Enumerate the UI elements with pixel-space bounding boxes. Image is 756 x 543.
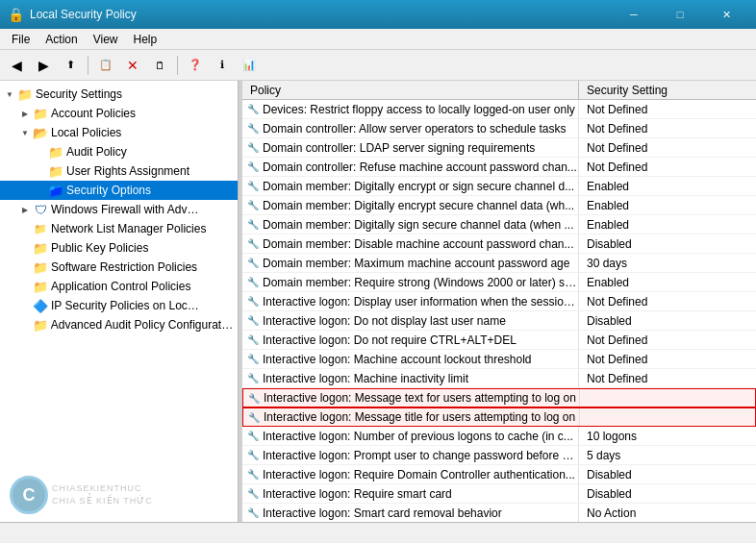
policy-name-cell: 🔧Interactive logon: Machine account lock… (242, 350, 579, 368)
policy-value-cell: Not Defined (579, 141, 756, 155)
policy-row[interactable]: 🔧Domain member: Disable machine account … (242, 234, 756, 254)
policy-value-cell: Not Defined (579, 122, 756, 136)
tree-item-ip-security[interactable]: ▶ 🔷 IP Security Policies on Local Comput… (0, 296, 238, 315)
tree-item-security-options[interactable]: ▶ 📁 Security Options (0, 181, 238, 200)
tree-item-windows-firewall[interactable]: ▶ 🛡 Windows Firewall with Advanced Secu.… (0, 200, 238, 219)
policy-row[interactable]: 🔧Interactive logon: Display user informa… (242, 292, 756, 311)
menu-bar: File Action View Help (0, 29, 756, 50)
tree-item-local-policies[interactable]: ▼ 📂 Local Policies (0, 123, 238, 142)
policy-name-cell: 🔧Domain member: Require strong (Windows … (242, 273, 579, 291)
policy-row-label: Interactive logon: Number of previous lo… (263, 430, 573, 443)
menu-file[interactable]: File (4, 31, 38, 48)
tree-label-advanced-audit: Advanced Audit Policy Configuration (51, 318, 234, 332)
policy-name-cell: 🔧Interactive logon: Require Domain Contr… (242, 465, 579, 483)
tree-item-network-list[interactable]: ▶ 📁 Network List Manager Policies (0, 219, 238, 238)
properties-button[interactable]: 🗒 (147, 53, 172, 78)
tree-item-audit-policy[interactable]: ▶ 📁 Audit Policy (0, 142, 238, 161)
policy-name-cell: 🔧Domain controller: Allow server operato… (242, 119, 579, 137)
policy-row[interactable]: 🔧Domain controller: Refuse machine accou… (242, 158, 756, 177)
info-button[interactable]: ℹ (210, 53, 235, 78)
policy-row-label: Interactive logon: Machine inactivity li… (263, 372, 468, 385)
tree-label-security-options: Security Options (66, 184, 151, 197)
policy-row-icon: 🔧 (246, 430, 260, 443)
policy-value-cell: Not Defined (579, 160, 756, 174)
policy-row-label: Interactive logon: Machine account locko… (263, 353, 532, 366)
help-button[interactable]: ❓ (183, 53, 208, 78)
policy-row-icon: 🔧 (246, 506, 260, 520)
tree-label-local-policies: Local Policies (51, 126, 121, 139)
policy-row-icon: 🔧 (246, 237, 260, 251)
policy-row[interactable]: 🔧Interactive logon: Machine account lock… (242, 350, 756, 369)
policy-row-label: Interactive logon: Message title for use… (264, 410, 575, 424)
policy-row[interactable]: 🔧Domain member: Digitally sign secure ch… (242, 215, 756, 234)
maximize-button[interactable]: □ (658, 0, 702, 29)
tree-item-public-key[interactable]: ▶ 📁 Public Key Policies (0, 238, 238, 258)
up-button[interactable]: ⬆ (58, 53, 83, 78)
policy-row-label: Interactive logon: Require Domain Contro… (263, 468, 575, 481)
tree-label-software-restriction: Software Restriction Policies (51, 260, 197, 274)
policy-name-cell: 🔧Interactive logon: Number of previous l… (242, 427, 579, 445)
policy-row[interactable]: 🔧Domain controller: LDAP server signing … (242, 138, 756, 158)
menu-view[interactable]: View (86, 31, 126, 48)
expand-local-policies[interactable]: ▼ (17, 125, 33, 140)
policy-row[interactable]: 🔧Interactive logon: Require Domain Contr… (242, 465, 756, 484)
tree-item-security-settings[interactable]: ▼ 📁 Security Settings (0, 85, 238, 104)
export-button[interactable]: 📊 (237, 53, 262, 78)
policy-value-cell: Disabled (579, 314, 756, 328)
policy-row[interactable]: 🔧Interactive logon: Message title for us… (242, 407, 756, 427)
policy-row[interactable]: 🔧Interactive logon: Do not display last … (242, 311, 756, 331)
copy-button[interactable]: 📋 (93, 53, 118, 78)
policy-row[interactable]: 🔧Domain member: Require strong (Windows … (242, 273, 756, 292)
folder-icon-account-policies: 📁 (33, 106, 48, 121)
policy-row[interactable]: 🔧Domain member: Maximum machine account … (242, 254, 756, 273)
policy-name-cell: 🔧Domain member: Maximum machine account … (242, 254, 579, 272)
policy-row[interactable]: 🔧Interactive logon: Prompt user to chang… (242, 446, 756, 465)
folder-icon-windows-firewall: 🛡 (33, 202, 48, 217)
tree-item-advanced-audit[interactable]: ▶ 📁 Advanced Audit Policy Configuration (0, 315, 238, 334)
policy-row-label: Interactive logon: Do not require CTRL+A… (263, 333, 517, 347)
policy-name-cell: 🔧Interactive logon: Message title for us… (243, 408, 580, 426)
policy-row[interactable]: 🔧Interactive logon: Do not require CTRL+… (242, 331, 756, 350)
policy-name-cell: 🔧Interactive logon: Require smart card (242, 484, 579, 503)
folder-icon-user-rights: 📁 (48, 163, 63, 179)
policy-value-cell: Not Defined (579, 333, 756, 347)
menu-help[interactable]: Help (126, 31, 165, 48)
policy-row[interactable]: 🔧Devices: Restrict floppy access to loca… (242, 100, 756, 119)
watermark-logo: C (10, 476, 48, 514)
toolbar: ◀ ▶ ⬆ 📋 ✕ 🗒 ❓ ℹ 📊 (0, 50, 756, 81)
policy-row[interactable]: 🔧Interactive logon: Message text for use… (242, 388, 756, 407)
column-headers: Policy Security Setting (242, 81, 756, 100)
folder-icon-security-options: 📁 (48, 183, 63, 198)
forward-button[interactable]: ▶ (31, 53, 56, 78)
back-button[interactable]: ◀ (4, 53, 29, 78)
policy-row-label: Devices: Restrict floppy access to local… (263, 103, 575, 116)
tree-item-account-policies[interactable]: ▶ 📁 Account Policies (0, 104, 238, 123)
expand-security-settings[interactable]: ▼ (2, 86, 17, 102)
delete-button[interactable]: ✕ (120, 53, 145, 78)
policy-row-label: Interactive logon: Prompt user to change… (263, 449, 578, 462)
policy-value-cell: Enabled (579, 218, 756, 232)
app-icon: 🔒 (8, 7, 24, 22)
policy-row[interactable]: 🔧Domain member: Digitally encrypt secure… (242, 196, 756, 215)
policy-name-cell: 🔧Domain member: Disable machine account … (242, 234, 579, 253)
minimize-button[interactable]: ─ (612, 0, 656, 29)
close-button[interactable]: ✕ (704, 0, 748, 29)
policy-row[interactable]: 🔧Interactive logon: Smart card removal b… (242, 504, 756, 522)
policy-row[interactable]: 🔧Interactive logon: Require smart cardDi… (242, 484, 756, 504)
policy-row-icon: 🔧 (246, 180, 260, 193)
tree-item-software-restriction[interactable]: ▶ 📁 Software Restriction Policies (0, 258, 238, 277)
expand-windows-firewall[interactable]: ▶ (17, 202, 33, 217)
policy-row[interactable]: 🔧Domain controller: Allow server operato… (242, 119, 756, 138)
policy-row[interactable]: 🔧Interactive logon: Number of previous l… (242, 427, 756, 446)
policy-row-label: Domain member: Disable machine account p… (263, 237, 573, 251)
tree-item-app-control[interactable]: ▶ 📁 Application Control Policies (0, 277, 238, 296)
tree-item-user-rights[interactable]: ▶ 📁 User Rights Assignment (0, 161, 238, 181)
expand-account-policies[interactable]: ▶ (17, 106, 33, 121)
policy-value-cell: Enabled (579, 276, 756, 289)
policy-row[interactable]: 🔧Interactive logon: Machine inactivity l… (242, 369, 756, 388)
policy-row[interactable]: 🔧Domain member: Digitally encrypt or sig… (242, 177, 756, 196)
menu-action[interactable]: Action (38, 31, 85, 48)
policy-table: 🔧Devices: Restrict floppy access to loca… (242, 100, 756, 522)
tree-label-windows-firewall: Windows Firewall with Advanced Secu... (51, 203, 205, 216)
policy-row-icon: 🔧 (246, 141, 260, 155)
